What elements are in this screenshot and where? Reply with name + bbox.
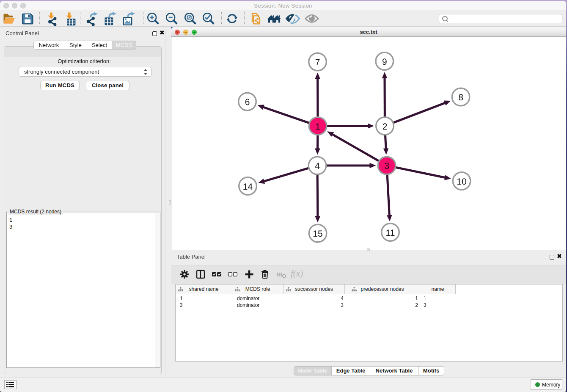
svg-text:11: 11: [386, 228, 395, 238]
svg-text:15: 15: [313, 229, 322, 239]
svg-text:3: 3: [384, 161, 389, 171]
svg-text:1: 1: [315, 122, 320, 132]
svg-text:7: 7: [315, 58, 320, 67]
svg-text:4: 4: [315, 161, 320, 171]
svg-text:8: 8: [458, 93, 463, 102]
svg-text:6: 6: [245, 97, 250, 107]
svg-text:9: 9: [382, 57, 387, 67]
svg-text:10: 10: [457, 177, 466, 187]
svg-text:14: 14: [243, 182, 253, 192]
svg-text:2: 2: [383, 122, 388, 132]
